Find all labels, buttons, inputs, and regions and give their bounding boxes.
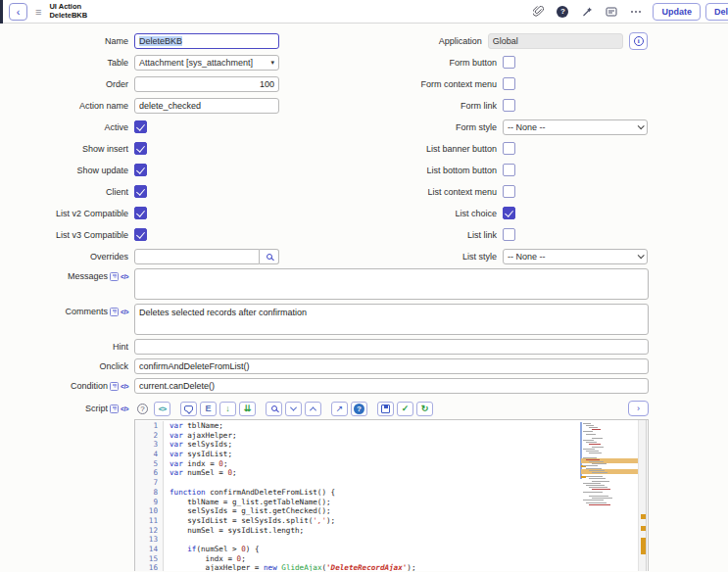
comments-label: Comments</> bbox=[21, 304, 128, 316]
form-style-select[interactable]: -- None -- bbox=[503, 119, 648, 135]
code-toggle-icon[interactable]: </> bbox=[121, 309, 128, 315]
list-link-checkbox[interactable] bbox=[503, 228, 515, 241]
more-options-icon[interactable] bbox=[629, 5, 643, 19]
line-number: 8 bbox=[135, 488, 164, 498]
code-toggle-icon[interactable]: </> bbox=[121, 405, 128, 412]
editor-macros-button[interactable]: E bbox=[200, 402, 217, 416]
api-help-button[interactable]: ? bbox=[351, 402, 367, 416]
line-number: 1 bbox=[135, 421, 164, 431]
context-menu-icon[interactable]: ≡ bbox=[35, 6, 41, 18]
script-debugger-glyph: ↻ bbox=[421, 404, 429, 413]
script-code-editor[interactable]: 1var tblName;2var ajaxHelper;3var selSys… bbox=[134, 419, 649, 571]
overrides-input[interactable] bbox=[134, 249, 260, 264]
translate-icon[interactable] bbox=[110, 405, 119, 413]
line-number: 10 bbox=[135, 506, 164, 516]
line-number: 12 bbox=[135, 526, 164, 536]
find-next-button[interactable] bbox=[285, 402, 302, 416]
show-update-checkbox[interactable] bbox=[134, 164, 147, 176]
hint-input[interactable] bbox=[134, 339, 649, 355]
active-checkbox[interactable] bbox=[134, 120, 147, 133]
list-v2-checkbox[interactable] bbox=[134, 207, 147, 219]
code-line: 11 sysIdList = selSysIds.split(','); bbox=[135, 516, 577, 526]
toolbar-expand-button[interactable]: › bbox=[628, 401, 649, 416]
list-context-menu-label: List context menu bbox=[279, 187, 497, 197]
comments-textarea[interactable]: Deletes selected records after confirmat… bbox=[134, 304, 649, 335]
script-code-lines: 1var tblName;2var ajaxHelper;3var selSys… bbox=[135, 421, 577, 571]
form-button-checkbox[interactable] bbox=[503, 56, 515, 69]
form-context-menu-label: Form context menu bbox=[279, 79, 497, 89]
attachment-icon[interactable] bbox=[531, 5, 545, 19]
translate-icon[interactable] bbox=[110, 272, 119, 281]
table-select[interactable]: Attachment [sys_attachment]▾ bbox=[134, 55, 279, 71]
open-in-new-window-glyph: ↗ bbox=[336, 404, 344, 413]
format-code-button[interactable]: <> bbox=[154, 402, 170, 416]
line-number: 14 bbox=[135, 545, 164, 554]
editor-help-icon[interactable]: ? bbox=[134, 402, 151, 416]
form-button-label: Form button bbox=[279, 58, 497, 68]
list-banner-button-checkbox[interactable] bbox=[503, 142, 515, 155]
onclick-label: Onclick bbox=[21, 361, 128, 371]
code-minimap[interactable] bbox=[581, 422, 638, 569]
list-banner-button-label: List banner button bbox=[279, 144, 497, 154]
scrollbar-match-mark bbox=[641, 526, 646, 531]
editor-scrollbar[interactable] bbox=[638, 420, 647, 571]
open-in-new-window-button[interactable]: ↗ bbox=[331, 402, 348, 416]
messages-row: Messages</> bbox=[0, 268, 728, 300]
magic-wand-icon[interactable] bbox=[580, 5, 594, 19]
list-bottom-button-checkbox[interactable] bbox=[503, 164, 515, 176]
name-input[interactable]: DeleteBKB bbox=[134, 33, 279, 49]
replace-button[interactable]: ↓ bbox=[219, 402, 236, 416]
messages-textarea[interactable] bbox=[134, 268, 649, 300]
find-previous-button[interactable] bbox=[305, 402, 321, 416]
list-v3-checkbox[interactable] bbox=[134, 228, 147, 241]
script-debugger-button[interactable]: ↻ bbox=[416, 402, 433, 416]
back-button[interactable]: ‹ bbox=[9, 3, 27, 21]
delete-button[interactable]: Delete bbox=[705, 3, 728, 21]
client-label: Client bbox=[21, 187, 128, 197]
chevron-down-icon bbox=[638, 252, 645, 259]
line-number: 4 bbox=[135, 450, 164, 459]
header-icons: ? bbox=[531, 5, 643, 19]
translate-icon[interactable] bbox=[110, 308, 119, 316]
code-line: 6var numSel = 0; bbox=[135, 468, 577, 478]
application-input bbox=[488, 33, 624, 49]
show-insert-checkbox[interactable] bbox=[134, 142, 147, 155]
syntax-check-button[interactable]: ✓ bbox=[397, 402, 413, 416]
line-number: 11 bbox=[135, 516, 164, 526]
action-name-input[interactable] bbox=[134, 98, 279, 114]
application-info-button[interactable]: i bbox=[629, 32, 648, 50]
code-toggle-icon[interactable]: </> bbox=[121, 383, 128, 390]
condition-input[interactable] bbox=[134, 378, 649, 394]
help-icon[interactable]: ? bbox=[556, 5, 569, 19]
form-column-right: Application i Form button Form context m… bbox=[279, 27, 648, 264]
replace-all-button[interactable]: ⇊ bbox=[239, 402, 256, 416]
list-choice-checkbox[interactable] bbox=[503, 207, 515, 219]
form-link-checkbox[interactable] bbox=[503, 99, 515, 112]
show-update-label: Show update bbox=[21, 166, 128, 175]
overrides-lookup-button[interactable] bbox=[260, 249, 279, 264]
update-button[interactable]: Update bbox=[653, 3, 701, 21]
code-line: 8function confirmAndDeleteFromList() { bbox=[135, 488, 577, 498]
code-line: 1var tblName; bbox=[135, 421, 577, 431]
code-line: 10 selSysIds = g_list.getChecked(); bbox=[135, 506, 577, 516]
onclick-input[interactable] bbox=[134, 358, 649, 374]
code-toggle-icon[interactable]: </> bbox=[121, 273, 128, 280]
personalize-form-icon[interactable] bbox=[605, 5, 618, 19]
line-number: 5 bbox=[135, 459, 164, 469]
list-style-select[interactable]: -- None -- bbox=[503, 249, 648, 264]
search-button[interactable] bbox=[266, 402, 282, 416]
editor-help-icon-glyph: ? bbox=[137, 404, 148, 414]
translate-icon[interactable] bbox=[110, 382, 119, 391]
line-number: 6 bbox=[135, 468, 164, 478]
form-context-menu-checkbox[interactable] bbox=[503, 77, 515, 90]
record-name: DeleteBKB bbox=[49, 12, 87, 21]
order-input[interactable] bbox=[134, 76, 279, 92]
save-button[interactable] bbox=[377, 402, 394, 416]
toggle-comment-glyph bbox=[184, 405, 193, 412]
list-context-menu-checkbox[interactable] bbox=[503, 185, 515, 198]
search-icon bbox=[267, 254, 272, 260]
hint-row: Hint bbox=[0, 339, 728, 355]
record-title: UI Action DeleteBKB bbox=[49, 3, 87, 20]
client-checkbox[interactable] bbox=[134, 185, 147, 198]
toggle-comment-button[interactable] bbox=[180, 402, 197, 416]
